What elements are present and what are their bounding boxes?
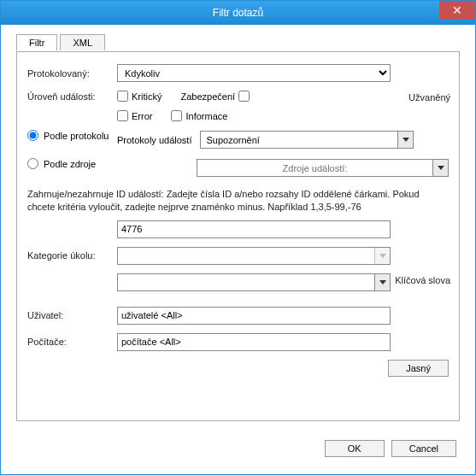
checkbox-critical-wrap[interactable]: Kritický — [117, 91, 162, 102]
close-icon: ✕ — [452, 3, 462, 17]
chevron-down-icon — [403, 138, 409, 142]
label-event-level: Úroveň události: — [27, 91, 117, 102]
tab-xml[interactable]: XML — [60, 34, 105, 50]
tab-filter[interactable]: Filtr — [16, 34, 57, 51]
keywords-dropdown-button[interactable] — [374, 274, 390, 290]
label-computers: Počítače: — [27, 337, 117, 347]
radio-by-source-label: Podle zdroje — [44, 159, 96, 169]
radio-by-log[interactable] — [27, 130, 38, 141]
event-logs-input[interactable] — [201, 132, 397, 148]
checkbox-critical[interactable] — [117, 91, 128, 102]
chevron-down-icon — [379, 280, 386, 284]
label-user: Uživatel: — [27, 310, 117, 320]
radio-by-source[interactable] — [27, 158, 38, 169]
label-user-suffix: Užvaněný — [408, 92, 450, 103]
dialog-window: Filtr dotazů ✕ Filtr XML Protokolovaný: … — [0, 0, 476, 475]
checkbox-security-label: Zabezpečení — [180, 91, 235, 102]
checkbox-error-wrap[interactable]: Error — [117, 110, 152, 121]
label-logged: Protokolovaný: — [27, 68, 117, 79]
label-keywords: Klíčová slova — [395, 275, 450, 285]
event-logs-dropdown-button[interactable] — [397, 132, 413, 148]
chevron-down-icon — [379, 254, 386, 258]
checkbox-information-wrap[interactable]: Informace — [171, 110, 227, 121]
event-logs-combo[interactable] — [200, 131, 414, 149]
label-task-category: Kategorie úkolu: — [27, 250, 117, 261]
checkbox-error[interactable] — [117, 110, 128, 121]
user-input[interactable] — [117, 307, 391, 325]
checkbox-security-wrap[interactable]: Zabezpečení — [180, 91, 250, 102]
checkbox-error-label: Error — [132, 111, 152, 121]
event-id-help-text: Zahrnuje/nezahrnuje ID událostí: Zadejte… — [27, 188, 449, 214]
checkbox-critical-label: Kritický — [132, 91, 162, 102]
event-sources-dropdown-button[interactable] — [432, 160, 448, 176]
keywords-combo[interactable] — [117, 273, 391, 291]
keywords-input[interactable] — [118, 274, 374, 290]
event-sources-input[interactable] — [197, 160, 432, 176]
dialog-button-bar: OK Cancel — [325, 440, 456, 457]
task-category-input[interactable] — [118, 248, 374, 264]
clear-button[interactable]: Jasný — [388, 360, 449, 377]
dialog-body: Filtr XML Protokolovaný: Kdykoliv Úroveň… — [3, 25, 473, 472]
event-sources-combo[interactable] — [197, 159, 449, 177]
tab-strip: Filtr XML — [16, 33, 460, 52]
close-button[interactable]: ✕ — [439, 1, 475, 20]
label-event-logs: Protokoly událostí — [117, 135, 197, 145]
checkbox-information-label: Informace — [185, 111, 227, 121]
cancel-button[interactable]: Cancel — [391, 440, 456, 457]
logged-select[interactable]: Kdykoliv — [117, 64, 391, 82]
checkbox-security[interactable] — [238, 91, 250, 102]
task-category-dropdown-button[interactable] — [374, 248, 390, 264]
titlebar: Filtr dotazů ✕ — [1, 1, 475, 25]
task-category-combo[interactable] — [117, 247, 391, 265]
checkbox-information[interactable] — [171, 110, 182, 121]
event-ids-input[interactable] — [117, 220, 391, 238]
chevron-down-icon — [438, 166, 444, 170]
computers-input[interactable] — [117, 333, 391, 351]
radio-by-log-label: Podle protokolu — [44, 131, 109, 141]
filter-panel: Protokolovaný: Kdykoliv Úroveň události:… — [16, 52, 460, 421]
window-title: Filtr dotazů — [213, 7, 263, 19]
ok-button[interactable]: OK — [325, 440, 385, 457]
